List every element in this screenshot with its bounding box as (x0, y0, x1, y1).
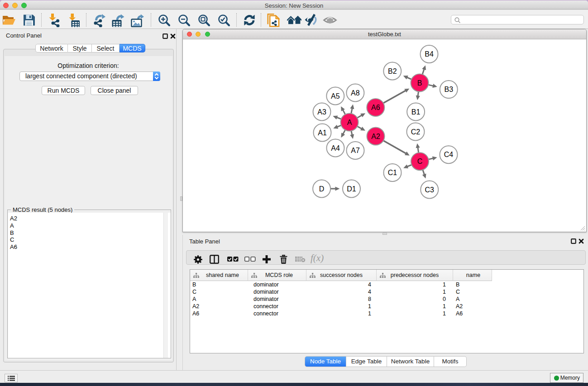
svg-text:B4: B4 (425, 50, 434, 58)
svg-text:A: A (347, 119, 352, 126)
svg-text:A6: A6 (371, 104, 380, 111)
svg-text:C1: C1 (388, 169, 397, 176)
svg-text:A1: A1 (318, 129, 327, 137)
svg-text:C3: C3 (425, 186, 435, 194)
svg-text:D1: D1 (347, 185, 356, 193)
svg-text:B3: B3 (445, 86, 454, 93)
svg-text:B1: B1 (411, 108, 421, 116)
svg-text:C4: C4 (444, 151, 454, 158)
svg-text:A3: A3 (317, 108, 326, 116)
svg-text:C: C (417, 157, 423, 165)
svg-text:B: B (417, 79, 422, 87)
svg-text:A5: A5 (331, 92, 340, 100)
svg-text:B2: B2 (388, 67, 397, 75)
svg-text:A7: A7 (351, 147, 360, 154)
svg-text:A4: A4 (331, 144, 340, 152)
svg-text:A8: A8 (351, 89, 360, 97)
svg-text:D: D (319, 185, 325, 193)
svg-text:C2: C2 (411, 128, 421, 136)
svg-text:A2: A2 (371, 133, 380, 140)
